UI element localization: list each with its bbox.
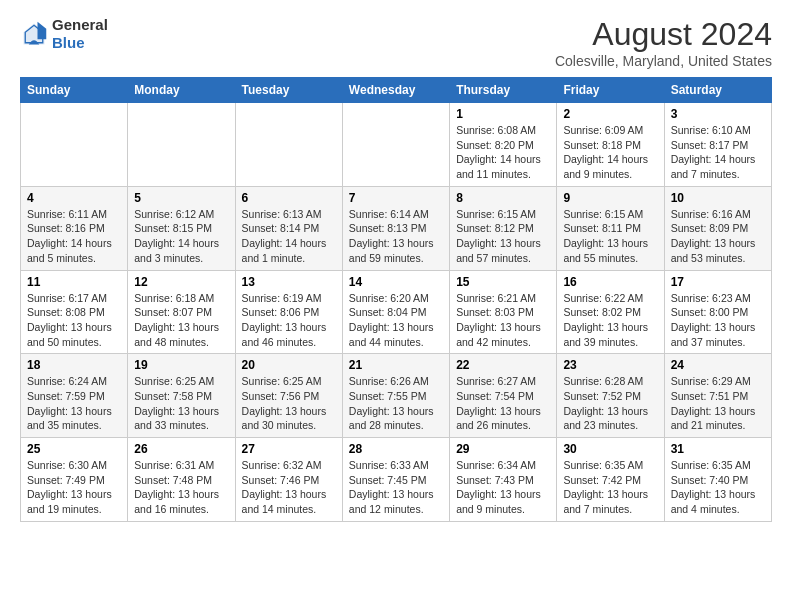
day-number: 10: [671, 191, 765, 205]
sunset-text: Sunset: 8:02 PM: [563, 306, 641, 318]
title-area: August 2024 Colesville, Maryland, United…: [555, 16, 772, 69]
sunset-text: Sunset: 7:58 PM: [134, 390, 212, 402]
sunset-text: Sunset: 7:54 PM: [456, 390, 534, 402]
daylight-text: Daylight: 13 hours and 30 minutes.: [242, 405, 327, 432]
daylight-text: Daylight: 14 hours and 5 minutes.: [27, 237, 112, 264]
day-info: Sunrise: 6:24 AM Sunset: 7:59 PM Dayligh…: [27, 374, 121, 433]
sunset-text: Sunset: 7:51 PM: [671, 390, 749, 402]
daylight-text: Daylight: 13 hours and 16 minutes.: [134, 488, 219, 515]
day-info: Sunrise: 6:16 AM Sunset: 8:09 PM Dayligh…: [671, 207, 765, 266]
day-info: Sunrise: 6:10 AM Sunset: 8:17 PM Dayligh…: [671, 123, 765, 182]
weekday-header-thursday: Thursday: [450, 78, 557, 103]
logo-icon: [20, 20, 48, 48]
week-row-3: 11 Sunrise: 6:17 AM Sunset: 8:08 PM Dayl…: [21, 270, 772, 354]
day-cell: 2 Sunrise: 6:09 AM Sunset: 8:18 PM Dayli…: [557, 103, 664, 187]
day-number: 25: [27, 442, 121, 456]
day-cell: 30 Sunrise: 6:35 AM Sunset: 7:42 PM Dayl…: [557, 438, 664, 522]
day-number: 31: [671, 442, 765, 456]
day-number: 26: [134, 442, 228, 456]
day-info: Sunrise: 6:30 AM Sunset: 7:49 PM Dayligh…: [27, 458, 121, 517]
weekday-header-sunday: Sunday: [21, 78, 128, 103]
day-number: 7: [349, 191, 443, 205]
sunrise-text: Sunrise: 6:25 AM: [134, 375, 214, 387]
sunset-text: Sunset: 7:55 PM: [349, 390, 427, 402]
daylight-text: Daylight: 13 hours and 12 minutes.: [349, 488, 434, 515]
daylight-text: Daylight: 14 hours and 7 minutes.: [671, 153, 756, 180]
sunrise-text: Sunrise: 6:18 AM: [134, 292, 214, 304]
day-info: Sunrise: 6:25 AM Sunset: 7:58 PM Dayligh…: [134, 374, 228, 433]
day-number: 15: [456, 275, 550, 289]
day-cell: 14 Sunrise: 6:20 AM Sunset: 8:04 PM Dayl…: [342, 270, 449, 354]
month-title: August 2024: [555, 16, 772, 53]
daylight-text: Daylight: 13 hours and 53 minutes.: [671, 237, 756, 264]
day-info: Sunrise: 6:31 AM Sunset: 7:48 PM Dayligh…: [134, 458, 228, 517]
day-number: 30: [563, 442, 657, 456]
day-number: 23: [563, 358, 657, 372]
day-cell: 9 Sunrise: 6:15 AM Sunset: 8:11 PM Dayli…: [557, 186, 664, 270]
sunrise-text: Sunrise: 6:34 AM: [456, 459, 536, 471]
sunset-text: Sunset: 8:07 PM: [134, 306, 212, 318]
sunset-text: Sunset: 8:13 PM: [349, 222, 427, 234]
day-number: 17: [671, 275, 765, 289]
day-info: Sunrise: 6:15 AM Sunset: 8:12 PM Dayligh…: [456, 207, 550, 266]
daylight-text: Daylight: 13 hours and 14 minutes.: [242, 488, 327, 515]
sunrise-text: Sunrise: 6:33 AM: [349, 459, 429, 471]
day-cell: 25 Sunrise: 6:30 AM Sunset: 7:49 PM Dayl…: [21, 438, 128, 522]
sunset-text: Sunset: 7:40 PM: [671, 474, 749, 486]
daylight-text: Daylight: 13 hours and 26 minutes.: [456, 405, 541, 432]
day-cell: 4 Sunrise: 6:11 AM Sunset: 8:16 PM Dayli…: [21, 186, 128, 270]
sunset-text: Sunset: 8:03 PM: [456, 306, 534, 318]
day-cell: 29 Sunrise: 6:34 AM Sunset: 7:43 PM Dayl…: [450, 438, 557, 522]
day-number: 1: [456, 107, 550, 121]
sunset-text: Sunset: 7:59 PM: [27, 390, 105, 402]
sunrise-text: Sunrise: 6:14 AM: [349, 208, 429, 220]
day-cell: 19 Sunrise: 6:25 AM Sunset: 7:58 PM Dayl…: [128, 354, 235, 438]
sunrise-text: Sunrise: 6:13 AM: [242, 208, 322, 220]
page-header: General Blue August 2024 Colesville, Mar…: [20, 16, 772, 69]
daylight-text: Daylight: 14 hours and 9 minutes.: [563, 153, 648, 180]
svg-marker-2: [38, 22, 47, 40]
day-info: Sunrise: 6:27 AM Sunset: 7:54 PM Dayligh…: [456, 374, 550, 433]
weekday-header-wednesday: Wednesday: [342, 78, 449, 103]
daylight-text: Daylight: 13 hours and 28 minutes.: [349, 405, 434, 432]
sunrise-text: Sunrise: 6:30 AM: [27, 459, 107, 471]
sunset-text: Sunset: 8:15 PM: [134, 222, 212, 234]
day-info: Sunrise: 6:25 AM Sunset: 7:56 PM Dayligh…: [242, 374, 336, 433]
day-number: 27: [242, 442, 336, 456]
location-title: Colesville, Maryland, United States: [555, 53, 772, 69]
day-cell: 23 Sunrise: 6:28 AM Sunset: 7:52 PM Dayl…: [557, 354, 664, 438]
day-cell: 6 Sunrise: 6:13 AM Sunset: 8:14 PM Dayli…: [235, 186, 342, 270]
sunrise-text: Sunrise: 6:08 AM: [456, 124, 536, 136]
sunset-text: Sunset: 7:45 PM: [349, 474, 427, 486]
sunrise-text: Sunrise: 6:27 AM: [456, 375, 536, 387]
day-cell: 10 Sunrise: 6:16 AM Sunset: 8:09 PM Dayl…: [664, 186, 771, 270]
day-number: 14: [349, 275, 443, 289]
day-number: 9: [563, 191, 657, 205]
sunrise-text: Sunrise: 6:19 AM: [242, 292, 322, 304]
sunset-text: Sunset: 8:12 PM: [456, 222, 534, 234]
sunset-text: Sunset: 8:04 PM: [349, 306, 427, 318]
week-row-4: 18 Sunrise: 6:24 AM Sunset: 7:59 PM Dayl…: [21, 354, 772, 438]
day-cell: 3 Sunrise: 6:10 AM Sunset: 8:17 PM Dayli…: [664, 103, 771, 187]
sunrise-text: Sunrise: 6:35 AM: [563, 459, 643, 471]
daylight-text: Daylight: 13 hours and 21 minutes.: [671, 405, 756, 432]
sunset-text: Sunset: 7:49 PM: [27, 474, 105, 486]
day-info: Sunrise: 6:14 AM Sunset: 8:13 PM Dayligh…: [349, 207, 443, 266]
daylight-text: Daylight: 13 hours and 42 minutes.: [456, 321, 541, 348]
day-cell: 24 Sunrise: 6:29 AM Sunset: 7:51 PM Dayl…: [664, 354, 771, 438]
sunset-text: Sunset: 8:20 PM: [456, 139, 534, 151]
day-cell: 21 Sunrise: 6:26 AM Sunset: 7:55 PM Dayl…: [342, 354, 449, 438]
weekday-header-monday: Monday: [128, 78, 235, 103]
sunrise-text: Sunrise: 6:17 AM: [27, 292, 107, 304]
day-cell: 17 Sunrise: 6:23 AM Sunset: 8:00 PM Dayl…: [664, 270, 771, 354]
day-number: 13: [242, 275, 336, 289]
day-cell: 5 Sunrise: 6:12 AM Sunset: 8:15 PM Dayli…: [128, 186, 235, 270]
day-number: 4: [27, 191, 121, 205]
daylight-text: Daylight: 13 hours and 4 minutes.: [671, 488, 756, 515]
day-number: 24: [671, 358, 765, 372]
day-cell: 26 Sunrise: 6:31 AM Sunset: 7:48 PM Dayl…: [128, 438, 235, 522]
sunrise-text: Sunrise: 6:24 AM: [27, 375, 107, 387]
daylight-text: Daylight: 13 hours and 19 minutes.: [27, 488, 112, 515]
day-info: Sunrise: 6:35 AM Sunset: 7:40 PM Dayligh…: [671, 458, 765, 517]
day-info: Sunrise: 6:17 AM Sunset: 8:08 PM Dayligh…: [27, 291, 121, 350]
